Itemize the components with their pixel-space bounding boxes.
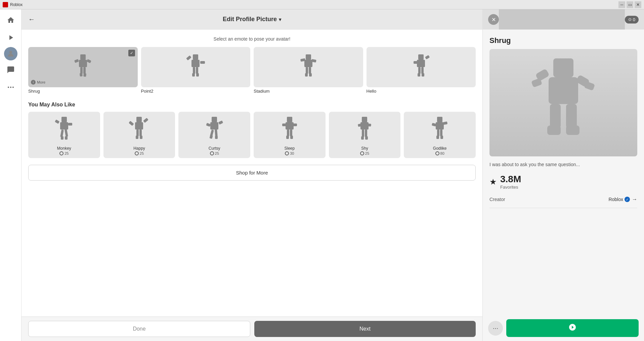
svg-rect-48 (136, 130, 139, 136)
suggestions-title: You May Also Like (28, 102, 476, 108)
svg-rect-24 (306, 67, 308, 74)
svg-rect-78 (432, 123, 436, 127)
shy-svg (354, 116, 375, 143)
svg-rect-53 (210, 122, 218, 130)
item-title: Shrug (489, 36, 637, 45)
svg-rect-58 (210, 135, 213, 139)
creator-info[interactable]: Roblox ✓ → (608, 196, 637, 202)
svg-rect-35 (422, 73, 424, 77)
favorites-label: Favorites (500, 185, 521, 190)
svg-rect-4 (80, 54, 86, 60)
svg-rect-38 (55, 119, 59, 124)
panel-title: Edit Profile Picture ▾ (223, 16, 281, 23)
sidebar-item-more[interactable] (3, 79, 19, 95)
done-button[interactable]: Done (28, 321, 250, 337)
svg-rect-79 (443, 121, 447, 125)
suggestion-curtsy[interactable]: Curtsy 25 (178, 112, 250, 158)
emote-name-stadium: Stadium (254, 89, 363, 94)
favorites-row: ★ 3.8M Favorites (489, 174, 637, 190)
svg-rect-54 (206, 123, 211, 127)
home-icon (7, 16, 15, 24)
svg-rect-49 (139, 130, 142, 136)
avatar-preview-svg (530, 56, 597, 150)
robux-icon (360, 151, 364, 155)
window-controls: ─ ▭ ✕ (618, 1, 641, 8)
star-icon: ★ (489, 177, 497, 187)
svg-rect-11 (83, 73, 86, 77)
suggestion-name-godlike: Godlike (433, 146, 447, 151)
svg-rect-67 (290, 136, 293, 139)
emote-name-point2: Point2 (141, 89, 251, 94)
svg-rect-19 (196, 73, 199, 77)
chat-icon (7, 66, 15, 74)
svg-rect-52 (212, 117, 217, 122)
stadium-figure (297, 52, 320, 82)
shy-figure (353, 114, 376, 145)
sidebar-item-chat[interactable] (3, 62, 19, 78)
suggestion-name-shy: Shy (361, 146, 368, 151)
svg-rect-60 (287, 117, 292, 122)
svg-rect-80 (437, 130, 439, 136)
item-more-button[interactable]: ··· (488, 321, 503, 336)
svg-rect-30 (414, 61, 418, 64)
happy-svg (129, 116, 149, 143)
svg-rect-15 (200, 61, 205, 64)
buy-button[interactable] (506, 319, 639, 337)
svg-rect-40 (60, 130, 64, 137)
panel-footer: Done Next (22, 316, 482, 341)
suggestion-price-happy: 25 (135, 151, 144, 155)
close-panel-button[interactable]: ✕ (488, 14, 499, 25)
back-button[interactable]: ← (28, 15, 35, 23)
close-button[interactable]: ✕ (635, 1, 641, 8)
emote-card-shrug[interactable]: ✓ (28, 47, 138, 94)
shrug-avatar-svg (73, 54, 93, 81)
sidebar (0, 9, 22, 341)
svg-rect-64 (287, 130, 289, 136)
hello-avatar-svg (411, 54, 431, 81)
suggestion-sleep[interactable]: Sleep 30 (254, 112, 326, 158)
curtsy-figure (203, 114, 226, 145)
monkey-svg (54, 116, 74, 143)
minimize-button[interactable]: ─ (618, 1, 625, 8)
sidebar-item-home[interactable] (3, 12, 19, 28)
creator-arrow-link[interactable]: → (632, 196, 637, 202)
svg-rect-81 (440, 130, 442, 136)
sidebar-item-avatar[interactable] (4, 47, 17, 60)
sidebar-item-play[interactable] (3, 30, 19, 46)
svg-rect-28 (418, 54, 424, 60)
emote-card-hello[interactable]: Hello (367, 47, 476, 94)
svg-rect-9 (83, 67, 86, 74)
svg-rect-74 (361, 136, 364, 140)
suggestion-godlike[interactable]: Godlike 80 (404, 112, 476, 158)
svg-rect-85 (549, 77, 578, 104)
suggestion-price-curtsy: 25 (210, 151, 219, 155)
svg-rect-10 (80, 73, 83, 77)
suggestion-happy[interactable]: Happy 25 (103, 112, 175, 158)
svg-point-0 (9, 51, 12, 54)
svg-rect-76 (437, 117, 442, 122)
shop-for-more-button[interactable]: Shop for More (28, 165, 476, 181)
app-name: Roblox (10, 2, 23, 7)
emote-name-shrug: Shrug (28, 89, 138, 94)
next-button[interactable]: Next (254, 321, 476, 337)
svg-rect-68 (362, 117, 367, 122)
item-description: I was about to ask you the same question… (489, 162, 637, 167)
svg-rect-8 (80, 67, 83, 74)
sleep-figure (278, 114, 301, 145)
svg-rect-32 (418, 67, 421, 74)
suggestion-name-monkey: Monkey (57, 146, 71, 151)
restore-button[interactable]: ▭ (627, 1, 633, 8)
section-subtitle: Select an emote to pose your avatar! (28, 36, 476, 42)
emote-card-stadium[interactable]: Stadium (254, 47, 363, 94)
creator-label: Creator (489, 197, 505, 202)
svg-rect-55 (218, 120, 223, 125)
svg-rect-57 (215, 129, 218, 136)
svg-rect-47 (143, 118, 148, 123)
creator-row: Creator Roblox ✓ → (489, 196, 637, 208)
suggestion-monkey[interactable]: Monkey 25 (28, 112, 100, 158)
robux-icon (135, 151, 139, 155)
svg-rect-37 (60, 122, 68, 130)
emote-card-point2[interactable]: Point2 (141, 47, 251, 94)
suggestion-shy[interactable]: Shy 25 (329, 112, 401, 158)
svg-rect-93 (566, 126, 579, 135)
